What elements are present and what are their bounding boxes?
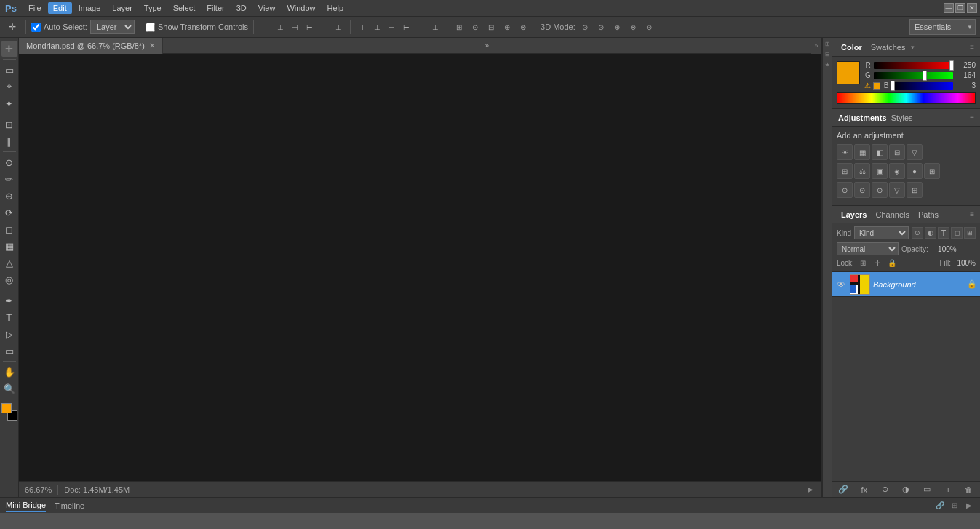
opacity-value[interactable]: 100% bbox=[931, 245, 957, 253]
menu-edit[interactable]: Edit bbox=[48, 2, 72, 14]
adj-colorlookup-icon[interactable]: ⊞ bbox=[924, 163, 940, 179]
adj-brightness-icon[interactable]: ☀ bbox=[837, 144, 853, 160]
menu-select[interactable]: Select bbox=[168, 2, 201, 14]
gamut-swatch[interactable] bbox=[873, 82, 880, 90]
blend-mode-select[interactable]: Normal Multiply Screen Overlay bbox=[837, 242, 899, 255]
adj-panel-options[interactable]: ≡ bbox=[970, 114, 974, 122]
adjustments-tab[interactable]: Adjustments bbox=[838, 114, 887, 122]
layers-panel-options[interactable]: ≡ bbox=[970, 210, 974, 218]
minimize-button[interactable]: — bbox=[944, 3, 954, 13]
menu-layer[interactable]: Layer bbox=[107, 2, 138, 14]
bottom-arrow-icon[interactable]: ▶ bbox=[964, 501, 974, 511]
align-hcenter-icon[interactable]: ⊤ bbox=[317, 20, 330, 33]
color-panel-options[interactable]: ≡ bbox=[970, 43, 974, 51]
blur-tool[interactable]: △ bbox=[1, 255, 17, 271]
layer-group-icon[interactable]: ▭ bbox=[920, 483, 933, 496]
adj-channelmix-icon[interactable]: ● bbox=[907, 163, 923, 179]
zoom-tool[interactable]: 🔍 bbox=[1, 381, 17, 397]
dist-bottom-icon[interactable]: ⊣ bbox=[385, 20, 398, 33]
adj-posterize-icon[interactable]: ⊙ bbox=[854, 182, 870, 198]
essentials-select[interactable]: Essentials Design Painting Photography bbox=[909, 19, 976, 35]
bottom-link-icon[interactable]: 🔗 bbox=[935, 501, 945, 511]
eyedropper-tool[interactable]: ∥ bbox=[1, 133, 17, 149]
align-top-icon[interactable]: ⊤ bbox=[259, 20, 272, 33]
adj-bw-icon[interactable]: ▣ bbox=[872, 163, 888, 179]
main-color-swatch[interactable] bbox=[837, 61, 860, 84]
eraser-tool[interactable]: ◻ bbox=[1, 221, 17, 237]
filter-pixel-icon[interactable]: ⊙ bbox=[912, 227, 923, 239]
3d-cam1-icon[interactable]: ⊙ bbox=[578, 20, 591, 33]
gradient-tool[interactable]: ▦ bbox=[1, 238, 17, 254]
layer-visibility-eye[interactable]: 👁 bbox=[835, 279, 847, 290]
adj-vibrance-icon[interactable]: ▽ bbox=[907, 144, 923, 160]
align-vcenter-icon[interactable]: ⊥ bbox=[274, 20, 287, 33]
menu-window[interactable]: Window bbox=[282, 2, 320, 14]
adj-levels-icon[interactable]: ▦ bbox=[854, 144, 870, 160]
dist-hcenter-icon[interactable]: ⊤ bbox=[414, 20, 427, 33]
filter-text-icon[interactable]: T bbox=[938, 227, 949, 239]
layers-tab[interactable]: Layers bbox=[838, 209, 869, 220]
menu-3d[interactable]: 3D bbox=[231, 2, 252, 14]
g-slider-thumb[interactable] bbox=[923, 71, 927, 81]
lock-all-icon[interactable]: 🔒 bbox=[886, 257, 898, 269]
dist-right-icon[interactable]: ⊥ bbox=[429, 20, 442, 33]
shape-tool[interactable]: ▭ bbox=[1, 343, 17, 359]
auto-select-checkbox[interactable] bbox=[31, 23, 41, 32]
menu-help[interactable]: Help bbox=[322, 2, 349, 14]
adj-photofilter-icon[interactable]: ◈ bbox=[889, 163, 905, 179]
adj-colorbalance-icon[interactable]: ⚖ bbox=[854, 163, 870, 179]
mini-bridge-tab[interactable]: Mini Bridge bbox=[6, 499, 46, 512]
r-slider[interactable] bbox=[874, 62, 953, 69]
3d-cam2-icon[interactable]: ⊙ bbox=[594, 20, 607, 33]
fill-value[interactable]: 100% bbox=[954, 259, 976, 267]
crop-tool[interactable]: ⊡ bbox=[1, 116, 17, 132]
filter-adj-icon[interactable]: ◐ bbox=[925, 227, 936, 239]
r-slider-thumb[interactable] bbox=[949, 60, 954, 71]
pen-tool[interactable]: ✒ bbox=[1, 293, 17, 309]
dist-top-icon[interactable]: ⊤ bbox=[356, 20, 369, 33]
move-tool[interactable]: ✛ bbox=[1, 41, 17, 57]
lock-pixels-icon[interactable]: ⊞ bbox=[857, 257, 869, 269]
layer-adjustment-icon[interactable]: ◑ bbox=[899, 483, 912, 496]
panel-collapse-right-top[interactable]: » bbox=[811, 38, 821, 54]
spot-heal-tool[interactable]: ⊙ bbox=[1, 154, 17, 170]
menu-type[interactable]: Type bbox=[139, 2, 167, 14]
adj-gradmap-icon[interactable]: ▽ bbox=[889, 182, 905, 198]
panel-tool-2[interactable]: ⊟ bbox=[824, 49, 832, 58]
dodge-tool[interactable]: ◎ bbox=[1, 271, 17, 287]
kind-select[interactable]: Kind bbox=[854, 226, 909, 239]
align-left-icon[interactable]: ⊢ bbox=[303, 20, 316, 33]
layer-row-background[interactable]: 👁 bbox=[832, 272, 980, 297]
canvas-tab-arrow[interactable]: » bbox=[479, 38, 494, 54]
maximize-button[interactable]: ❐ bbox=[955, 3, 965, 13]
close-button[interactable]: ✕ bbox=[967, 3, 977, 13]
move-tool-icon[interactable]: ✛ bbox=[4, 19, 20, 35]
adj-threshold-icon[interactable]: ⊙ bbox=[872, 182, 888, 198]
adj-exposure-icon[interactable]: ⊟ bbox=[889, 144, 905, 160]
3d-rotate-icon[interactable]: ⊙ bbox=[469, 20, 482, 33]
canvas-content[interactable] bbox=[19, 54, 821, 481]
canvas-tab-mondrian[interactable]: Mondrian.psd @ 66.7% (RGB/8*) ✕ bbox=[19, 38, 163, 54]
adj-selectivecolor-icon[interactable]: ⊞ bbox=[907, 182, 923, 198]
layer-style-icon[interactable]: fx bbox=[858, 483, 871, 496]
dist-left-icon[interactable]: ⊢ bbox=[399, 20, 413, 33]
filter-shape-icon[interactable]: ◻ bbox=[951, 227, 963, 239]
styles-tab[interactable]: Styles bbox=[891, 114, 913, 122]
clone-stamp-tool[interactable]: ⊕ bbox=[1, 188, 17, 204]
hand-tool[interactable]: ✋ bbox=[1, 364, 17, 380]
status-arrow[interactable]: ▶ bbox=[805, 485, 816, 495]
3d-scale-icon[interactable]: ⊟ bbox=[485, 20, 498, 33]
lasso-tool[interactable]: ⌖ bbox=[1, 79, 17, 95]
foreground-color-swatch[interactable] bbox=[1, 403, 12, 413]
canvas-tab-close[interactable]: ✕ bbox=[149, 41, 155, 49]
color-tab[interactable]: Color bbox=[838, 41, 865, 53]
g-slider[interactable] bbox=[874, 72, 953, 79]
path-selection-tool[interactable]: ▷ bbox=[1, 326, 17, 342]
3d-cam4-icon[interactable]: ⊗ bbox=[626, 20, 640, 33]
auto-select-dropdown[interactable]: Layer Group bbox=[90, 20, 135, 34]
bottom-expand-icon[interactable]: ⊞ bbox=[949, 501, 960, 511]
paths-tab[interactable]: Paths bbox=[915, 209, 941, 220]
align-bottom-icon[interactable]: ⊣ bbox=[288, 20, 301, 33]
show-transform-checkbox[interactable] bbox=[146, 23, 155, 32]
3d-orbit-icon[interactable]: ⊕ bbox=[501, 20, 514, 33]
